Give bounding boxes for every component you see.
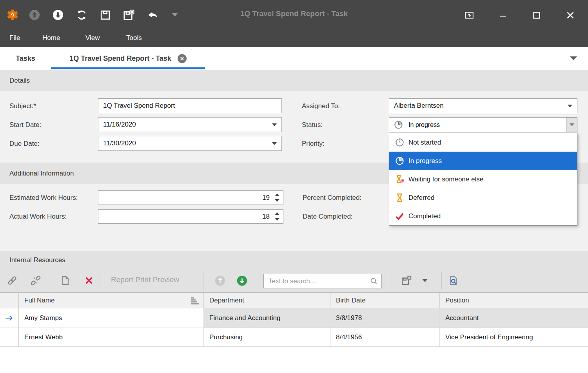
row-move-down-button[interactable] <box>236 275 248 286</box>
export-dropdown-button[interactable] <box>420 275 430 286</box>
save-button[interactable] <box>98 8 112 22</box>
report-print-preview-button[interactable]: Report Print Preview <box>111 275 179 284</box>
status-dropdown-button[interactable] <box>566 118 577 132</box>
print-preview-icon <box>448 275 459 286</box>
menu-tools[interactable]: Tools <box>126 32 142 44</box>
unlink-button[interactable] <box>30 275 42 286</box>
delete-record-button[interactable] <box>83 275 95 286</box>
hourglass-icon <box>394 192 405 203</box>
gear-icon <box>6 8 19 22</box>
clock-in-progress-icon <box>393 120 404 130</box>
estimated-hours-decrement[interactable] <box>275 199 279 202</box>
status-combo[interactable]: In progress <box>389 117 577 132</box>
estimated-hours-label: Estimated Work Hours: <box>9 194 78 202</box>
start-date-combo[interactable]: 11/16/2020 <box>98 117 282 132</box>
priority-label: Priority: <box>302 140 325 148</box>
assigned-to-combo[interactable]: Alberta Berntsen <box>389 98 577 113</box>
details-section-title: Details <box>9 77 30 85</box>
move-down-icon <box>236 275 248 286</box>
export-dropdown-icon <box>422 279 428 282</box>
row-indicator-cell <box>0 308 19 328</box>
subject-field[interactable] <box>98 98 282 113</box>
up-circle-icon <box>29 9 40 21</box>
details-section-header: Details <box>0 70 588 91</box>
due-date-combo[interactable]: 11/30/2020 <box>98 136 282 151</box>
undo-button[interactable] <box>145 8 159 22</box>
status-option-waiting[interactable]: Waiting for someone else <box>389 170 577 188</box>
grid-row-amy-stamps[interactable]: Amy Stamps Finance and Accounting 3/8/19… <box>0 308 588 328</box>
menu-home[interactable]: Home <box>42 32 60 44</box>
estimated-hours-increment[interactable] <box>275 194 279 196</box>
cell-department[interactable]: Purchasing <box>204 328 330 346</box>
maximize-button[interactable] <box>530 9 543 22</box>
refresh-button[interactable] <box>74 8 89 22</box>
status-option-not-started[interactable]: Not started <box>389 133 577 152</box>
status-option-completed[interactable]: Completed <box>389 207 577 225</box>
grid-search-field[interactable] <box>263 274 382 288</box>
titlebar: 1Q Travel Spend Report - Task File Home <box>0 0 588 47</box>
move-up-disabled-button[interactable] <box>27 8 42 22</box>
cell-birth-date[interactable]: 8/4/1956 <box>330 328 440 346</box>
popup-window-button[interactable] <box>463 9 476 22</box>
save-close-icon <box>123 9 135 21</box>
active-tab-indicator <box>51 67 205 69</box>
assigned-to-label: Assigned To: <box>302 102 340 110</box>
menu-view[interactable]: View <box>85 32 100 44</box>
window-title: 1Q Travel Spend Report - Task <box>176 9 412 18</box>
save-and-close-button[interactable] <box>122 8 136 22</box>
subject-input[interactable] <box>103 99 277 113</box>
tab-tasks[interactable]: Tasks <box>0 47 51 70</box>
column-header-department[interactable]: Department <box>204 293 330 308</box>
grid-search-input[interactable] <box>269 274 368 288</box>
minimize-icon <box>498 11 508 20</box>
due-date-label: Due Date: <box>9 140 40 148</box>
actual-hours-decrement[interactable] <box>275 218 279 221</box>
tab-task-document[interactable]: 1Q Travel Spend Report - Task <box>51 47 205 70</box>
tab-list-chevron-icon[interactable] <box>570 56 577 60</box>
status-dropdown-chevron-icon <box>570 123 574 126</box>
refresh-icon <box>76 9 88 21</box>
start-date-dropdown-icon[interactable] <box>272 123 277 126</box>
status-value: In progress <box>408 121 440 129</box>
percent-completed-label: Percent Completed: <box>303 194 361 202</box>
undo-icon <box>146 9 159 22</box>
assigned-to-dropdown-icon[interactable] <box>568 105 572 107</box>
status-option-in-progress[interactable]: In progress <box>389 152 577 170</box>
actual-hours-spinner[interactable]: 18 <box>98 209 283 224</box>
resources-grid: Full Name Department Birth Date Position <box>0 292 588 347</box>
due-date-dropdown-icon[interactable] <box>272 142 277 145</box>
focused-row-arrow-icon <box>4 313 15 323</box>
actual-hours-increment[interactable] <box>275 212 279 215</box>
grid-row-ernest-webb[interactable]: Ernest Webb Purchasing 8/4/1956 Vice Pre… <box>0 328 588 347</box>
grid-header-row: Full Name Department Birth Date Position <box>0 293 588 308</box>
start-date-label: Start Date: <box>9 121 41 129</box>
grid-print-preview-button[interactable] <box>448 275 459 286</box>
tab-close-button[interactable] <box>178 54 187 63</box>
export-button[interactable] <box>401 275 412 286</box>
app-menu-button[interactable] <box>5 8 20 22</box>
tab-close-icon <box>180 56 184 61</box>
close-button[interactable] <box>564 9 577 22</box>
cell-birth-date[interactable]: 3/8/1978 <box>330 308 440 328</box>
popup-window-icon <box>464 10 474 20</box>
estimated-hours-spinner[interactable]: 19 <box>98 190 283 205</box>
clock-in-progress-icon <box>394 156 405 166</box>
cell-full-name[interactable]: Amy Stamps <box>19 308 204 328</box>
cell-position[interactable]: Vice President of Engineering <box>440 328 588 346</box>
cell-department[interactable]: Finance and Accounting <box>204 308 330 328</box>
column-header-position[interactable]: Position <box>440 293 588 308</box>
sort-ascending-icon <box>191 297 199 304</box>
column-header-birth-date[interactable]: Birth Date <box>330 293 440 308</box>
column-header-full-name[interactable]: Full Name <box>19 293 204 308</box>
cell-full-name[interactable]: Ernest Webb <box>19 328 204 346</box>
status-option-deferred[interactable]: Deferred <box>389 188 577 207</box>
export-icon <box>401 275 412 286</box>
minimize-button[interactable] <box>496 9 510 22</box>
new-record-button[interactable] <box>60 275 71 286</box>
menu-file[interactable]: File <box>9 32 20 44</box>
cell-position[interactable]: Accountant <box>440 308 588 328</box>
move-down-button[interactable] <box>51 8 65 22</box>
row-move-up-button[interactable] <box>214 275 226 286</box>
link-button[interactable] <box>6 275 18 286</box>
status-label: Status: <box>302 121 323 129</box>
